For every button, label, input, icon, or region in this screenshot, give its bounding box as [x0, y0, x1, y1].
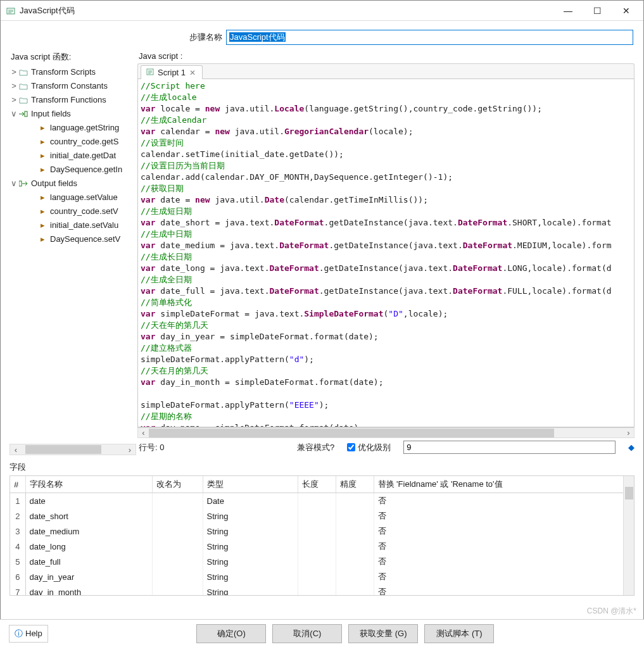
expand-toggle[interactable]: >	[9, 79, 18, 93]
table-row[interactable]: 5date_fullString否	[10, 554, 634, 569]
table-row[interactable]: 4date_longString否	[10, 539, 634, 554]
cell-len[interactable]	[298, 554, 336, 569]
cell-replace[interactable]: 否	[374, 569, 634, 584]
cell-rename[interactable]	[152, 584, 203, 596]
tree-item[interactable]: ▸language.setValue	[9, 191, 136, 204]
tree-item[interactable]: ▸country_code.setV	[9, 204, 136, 218]
cell-rename[interactable]	[152, 569, 203, 584]
cell-type[interactable]: Date	[203, 493, 298, 509]
cell-len[interactable]	[298, 584, 336, 596]
cell-rename[interactable]	[152, 554, 203, 569]
maximize-button[interactable]: ☐	[583, 1, 612, 20]
cell-len[interactable]	[298, 524, 336, 539]
step-name-input[interactable]: JavaScript代码	[226, 30, 633, 45]
col-header[interactable]: 改名为	[152, 476, 203, 493]
tab-script-1[interactable]: Script 1 ✕	[141, 65, 203, 79]
cancel-button[interactable]: 取消(C)	[272, 624, 342, 643]
table-row[interactable]: 7day_in_monthString否	[10, 584, 634, 596]
cell-type[interactable]: String	[203, 569, 298, 584]
function-tree[interactable]: >Transform Scripts>Transform Constants>T…	[9, 65, 136, 443]
cell-replace[interactable]: 否	[374, 584, 634, 596]
col-header[interactable]: 精度	[336, 476, 374, 493]
get-vars-button[interactable]: 获取变量 (G)	[348, 624, 418, 643]
cell-rename[interactable]	[152, 524, 203, 539]
cell-len[interactable]	[298, 539, 336, 554]
cell-type[interactable]: String	[203, 508, 298, 524]
cell-type[interactable]: String	[203, 539, 298, 554]
tree-item[interactable]: ▸initial_date.setValu	[9, 218, 136, 232]
minimize-button[interactable]: —	[553, 1, 583, 20]
fields-table[interactable]: #字段名称改名为类型长度精度替换 'Fieldname' 或 'Rename t…	[9, 475, 635, 596]
expand-toggle[interactable]: ∨	[9, 107, 18, 121]
col-header[interactable]: 长度	[298, 476, 336, 493]
scroll-thumb[interactable]	[25, 445, 101, 454]
tree-item[interactable]: ▸DaySequence.getIn	[9, 163, 136, 177]
scroll-right-icon[interactable]: ›	[124, 445, 136, 455]
tab-close-icon[interactable]: ✕	[189, 68, 196, 77]
cell-name[interactable]: date_medium	[25, 524, 152, 539]
scroll-left-icon[interactable]: ‹	[138, 428, 149, 437]
opt-level-input[interactable]	[403, 441, 616, 454]
cell-name[interactable]: date_short	[25, 508, 152, 524]
cell-name[interactable]: date_long	[25, 539, 152, 554]
cell-type[interactable]: String	[203, 584, 298, 596]
tree-item[interactable]: ▸initial_date.getDat	[9, 149, 136, 163]
tree-hscroll[interactable]: ‹ ›	[9, 444, 136, 455]
cell-replace[interactable]: 否	[374, 493, 634, 509]
cell-name[interactable]: date_full	[25, 554, 152, 569]
cell-len[interactable]	[298, 569, 336, 584]
tree-item[interactable]: ▸country_code.getS	[9, 135, 136, 149]
scroll-right-icon[interactable]: ›	[623, 428, 634, 437]
editor-hscroll[interactable]: ‹ ›	[137, 427, 635, 438]
cell-replace[interactable]: 否	[374, 539, 634, 554]
col-header[interactable]: #	[10, 476, 25, 493]
cell-prec[interactable]	[336, 539, 374, 554]
tree-item[interactable]: ▸DaySequence.setV	[9, 232, 136, 246]
tab-label: Script 1	[158, 68, 186, 77]
cell-name[interactable]: day_in_year	[25, 569, 152, 584]
cell-prec[interactable]	[336, 584, 374, 596]
expand-toggle[interactable]: ∨	[9, 177, 18, 191]
cell-prec[interactable]	[336, 554, 374, 569]
compat-checkbox[interactable]	[347, 443, 355, 451]
cell-rename[interactable]	[152, 493, 203, 509]
cell-replace[interactable]: 否	[374, 524, 634, 539]
scroll-thumb[interactable]	[625, 487, 633, 499]
input-icon	[18, 110, 28, 118]
cell-rename[interactable]	[152, 508, 203, 524]
expand-toggle[interactable]: >	[9, 93, 18, 107]
table-row[interactable]: 1dateDate否	[10, 493, 634, 509]
tree-item[interactable]: >Transform Constants	[9, 79, 136, 93]
tree-item[interactable]: >Transform Functions	[9, 93, 136, 107]
ok-button[interactable]: 确定(O)	[196, 624, 266, 643]
close-button[interactable]: ✕	[612, 1, 641, 20]
table-vscroll[interactable]	[623, 476, 634, 595]
cell-prec[interactable]	[336, 524, 374, 539]
col-header[interactable]: 替换 'Fieldname' 或 'Rename to'值	[374, 476, 634, 493]
tree-item[interactable]: ▸language.getString	[9, 121, 136, 135]
cell-name[interactable]: day_in_month	[25, 584, 152, 596]
cell-replace[interactable]: 否	[374, 508, 634, 524]
expand-toggle[interactable]: >	[9, 65, 18, 79]
cell-rename[interactable]	[152, 539, 203, 554]
table-row[interactable]: 6day_in_yearString否	[10, 569, 634, 584]
cell-type[interactable]: String	[203, 524, 298, 539]
col-header[interactable]: 类型	[203, 476, 298, 493]
cell-prec[interactable]	[336, 493, 374, 509]
scroll-left-icon[interactable]: ‹	[10, 445, 22, 455]
cell-type[interactable]: String	[203, 554, 298, 569]
col-header[interactable]: 字段名称	[25, 476, 152, 493]
table-row[interactable]: 2date_shortString否	[10, 508, 634, 524]
test-script-button[interactable]: 测试脚本 (T)	[424, 624, 494, 643]
help-button[interactable]: ⓘ Help	[9, 625, 48, 643]
cell-len[interactable]	[298, 493, 336, 509]
code-editor[interactable]: //Script here //生成locale var locale = ne…	[137, 79, 635, 427]
table-row[interactable]: 3date_mediumString否	[10, 524, 634, 539]
cell-prec[interactable]	[336, 508, 374, 524]
cell-name[interactable]: date	[25, 493, 152, 509]
cell-replace[interactable]: 否	[374, 554, 634, 569]
tree-item[interactable]: >Transform Scripts	[9, 65, 136, 79]
cell-len[interactable]	[298, 508, 336, 524]
cell-prec[interactable]	[336, 569, 374, 584]
scroll-thumb[interactable]	[149, 429, 554, 437]
